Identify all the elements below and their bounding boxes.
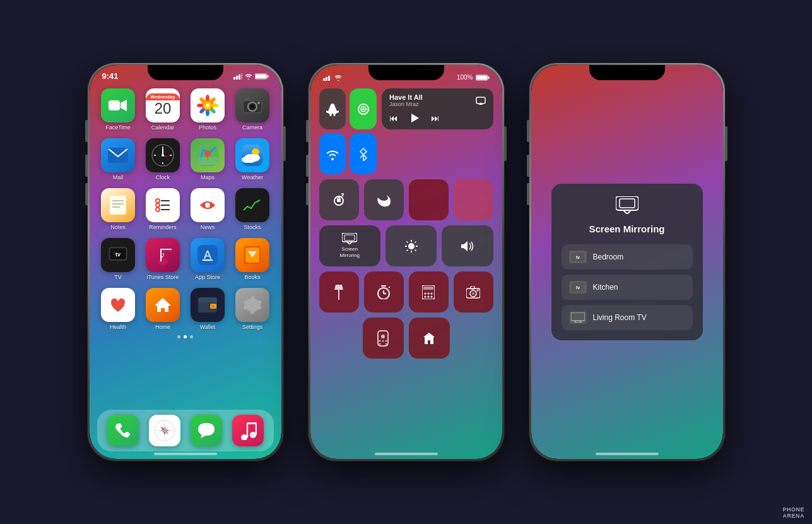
app-photos[interactable]: Photos bbox=[189, 88, 227, 131]
kitchen-label: Kitchen bbox=[593, 283, 618, 292]
svg-point-131 bbox=[472, 292, 474, 295]
play-button[interactable] bbox=[408, 112, 421, 124]
svg-point-127 bbox=[428, 295, 430, 297]
svg-point-38 bbox=[204, 150, 211, 157]
svg-line-113 bbox=[415, 249, 416, 251]
rotation-lock-tile[interactable] bbox=[319, 179, 359, 220]
dock-music[interactable] bbox=[232, 415, 264, 446]
svg-point-128 bbox=[431, 295, 433, 297]
app-weather[interactable]: Weather bbox=[234, 138, 271, 181]
app-calendar[interactable]: Wednesday 20 Calendar bbox=[144, 88, 182, 131]
svg-rect-87 bbox=[326, 77, 327, 81]
svg-point-81 bbox=[241, 434, 247, 440]
dock-messages[interactable] bbox=[191, 415, 222, 446]
svg-point-140 bbox=[385, 343, 387, 345]
app-itunes[interactable]: ♪ iTunes Store bbox=[144, 238, 182, 280]
fastforward-button[interactable]: ⏭ bbox=[431, 113, 440, 123]
wifi-tile[interactable] bbox=[319, 133, 346, 174]
svg-rect-88 bbox=[328, 76, 330, 81]
remote-icon bbox=[377, 330, 389, 347]
svg-marker-101 bbox=[411, 114, 419, 122]
svg-point-126 bbox=[425, 295, 427, 297]
svg-point-125 bbox=[431, 292, 433, 294]
app-health[interactable]: Health bbox=[100, 288, 137, 330]
svg-point-73 bbox=[212, 305, 215, 307]
svg-point-139 bbox=[379, 343, 381, 345]
app-mail[interactable]: Mail bbox=[100, 138, 137, 181]
app-tv[interactable]: tv TV bbox=[100, 238, 137, 280]
cc-battery-icon bbox=[476, 74, 490, 81]
remote-tile[interactable] bbox=[363, 318, 404, 359]
svg-point-98 bbox=[331, 158, 334, 160]
svg-rect-3 bbox=[241, 73, 242, 80]
bluetooth-tile[interactable] bbox=[350, 133, 377, 174]
wifi-tile-icon bbox=[326, 148, 339, 160]
bedroom-label: Bedroom bbox=[593, 253, 624, 261]
svg-rect-119 bbox=[381, 285, 386, 287]
app-appstore[interactable]: A App Store bbox=[189, 238, 227, 280]
timer-tile[interactable] bbox=[364, 271, 404, 313]
app-stocks[interactable]: Stocks bbox=[234, 188, 271, 230]
now-playing-tile[interactable]: Have It All Jason Mraz bbox=[382, 88, 493, 129]
page-dot-3 bbox=[190, 335, 193, 338]
homekit-tile[interactable] bbox=[409, 318, 450, 359]
app-facetime[interactable]: FaceTime bbox=[100, 88, 137, 131]
moon-icon bbox=[377, 193, 391, 207]
svg-rect-142 bbox=[620, 199, 635, 208]
app-news[interactable]: News bbox=[189, 188, 227, 230]
page-dot-1 bbox=[177, 335, 180, 338]
svg-point-56 bbox=[205, 203, 210, 208]
camera-tile[interactable] bbox=[454, 271, 493, 313]
iphone-control-center: 100% bbox=[309, 63, 504, 461]
red-tile-1[interactable] bbox=[409, 179, 449, 220]
app-home[interactable]: Home bbox=[144, 288, 182, 330]
svg-point-12 bbox=[206, 95, 209, 101]
app-books[interactable]: Books bbox=[234, 238, 271, 280]
brightness-tile[interactable] bbox=[385, 225, 437, 266]
svg-text:tv: tv bbox=[115, 251, 121, 258]
app-maps[interactable]: Maps bbox=[189, 138, 227, 181]
calculator-tile[interactable] bbox=[409, 271, 449, 313]
svg-point-26 bbox=[257, 102, 260, 104]
svg-rect-83 bbox=[247, 422, 257, 424]
mirror-device-livingroom[interactable]: Living Room TV bbox=[562, 305, 693, 330]
airplay-icon[interactable] bbox=[476, 97, 486, 107]
homekit-icon bbox=[422, 331, 436, 345]
tv-icon-livingroom bbox=[569, 311, 587, 324]
svg-text:tv: tv bbox=[575, 255, 579, 259]
app-notes[interactable]: Notes bbox=[100, 188, 137, 230]
dock-safari[interactable] bbox=[149, 415, 180, 446]
control-center-grid: Have It All Jason Mraz bbox=[310, 83, 502, 364]
svg-rect-122 bbox=[423, 287, 433, 290]
mirror-device-bedroom[interactable]: tv Bedroom bbox=[562, 244, 693, 270]
app-wallet[interactable]: Wallet bbox=[189, 288, 227, 330]
svg-point-11 bbox=[206, 104, 209, 107]
bluetooth-icon bbox=[358, 147, 369, 161]
home-bar-3 bbox=[596, 453, 659, 455]
svg-marker-8 bbox=[121, 100, 127, 111]
svg-rect-2 bbox=[238, 74, 240, 80]
app-grid: FaceTime Wednesday 20 Calendar bbox=[90, 83, 281, 335]
cellular-data-tile[interactable] bbox=[350, 88, 377, 129]
now-playing-artist: Jason Mraz bbox=[389, 101, 423, 107]
svg-point-123 bbox=[425, 292, 427, 294]
app-settings[interactable]: Settings bbox=[234, 288, 271, 330]
app-reminders[interactable]: Reminders bbox=[144, 188, 182, 230]
flashlight-tile[interactable] bbox=[319, 271, 359, 313]
volume-tile[interactable] bbox=[442, 225, 493, 266]
svg-line-114 bbox=[406, 249, 408, 251]
airplane-mode-tile[interactable] bbox=[319, 88, 346, 129]
svg-point-16 bbox=[206, 110, 209, 116]
mirror-device-kitchen[interactable]: tv Kitchen bbox=[562, 275, 693, 300]
svg-point-124 bbox=[428, 292, 430, 294]
dock-phone[interactable] bbox=[107, 415, 139, 446]
pink-tile-1[interactable] bbox=[454, 179, 493, 220]
screen-mirroring-tile[interactable]: ScreenMirroring bbox=[319, 225, 381, 266]
rewind-button[interactable]: ⏮ bbox=[389, 113, 398, 123]
app-camera[interactable]: Camera bbox=[234, 88, 271, 131]
svg-rect-25 bbox=[245, 98, 250, 101]
screen-mirroring-title: Screen Mirroring bbox=[589, 223, 664, 234]
do-not-disturb-tile[interactable] bbox=[364, 179, 404, 220]
calculator-icon bbox=[422, 285, 435, 299]
app-clock[interactable]: Clock bbox=[144, 138, 182, 181]
